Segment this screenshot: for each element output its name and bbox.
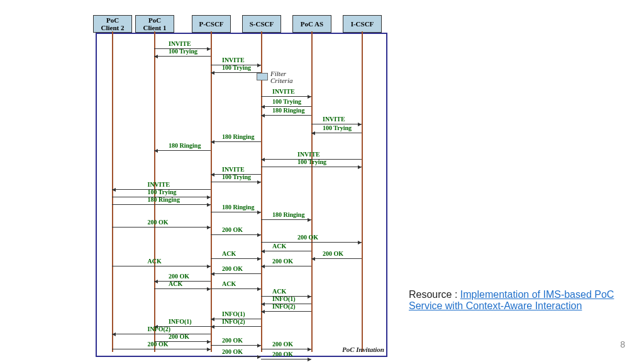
message-22: 200 OK [261, 234, 362, 243]
message-label: 200 OK [221, 348, 244, 355]
lane-header-c2: PoCClient 2 [93, 15, 132, 33]
lane-header-c1: PoCClient 1 [135, 15, 174, 33]
message-label: INVITE [167, 40, 192, 47]
message-label: 200 OK [271, 341, 294, 348]
resource-text: Resource : Implementation of IMS-based P… [409, 289, 644, 312]
message-17: 180 Ringing [112, 196, 211, 205]
lifeline-p [211, 31, 212, 352]
message-label: ACK [271, 288, 287, 295]
filter-criteria-box [257, 73, 268, 80]
filter-criteria-label: FilterCriteria [270, 70, 292, 84]
message-label: INVITE [296, 151, 321, 158]
message-label: 200 OK [147, 219, 170, 226]
message-label: 180 Ringing [167, 142, 202, 149]
message-label: 100 Trying [167, 48, 199, 55]
lane-header-as: PoC AS [292, 15, 331, 33]
message-1: 100 Trying [154, 48, 211, 57]
message-10: 180 Ringing [154, 142, 211, 151]
message-label: INFO(2) [221, 318, 247, 325]
message-43: 200 OK [211, 348, 261, 357]
message-label: 180 Ringing [221, 204, 255, 211]
message-6: 180 Ringing [261, 107, 311, 116]
message-19: 180 Ringing [261, 211, 311, 220]
message-label: INFO(2) [147, 326, 172, 332]
message-30: ACK [154, 280, 211, 289]
resource-label: Resource : [409, 289, 460, 300]
message-5: 100 Trying [261, 98, 311, 107]
message-label: ACK [147, 258, 163, 265]
message-34: INFO(2) [261, 303, 311, 312]
message-21: 200 OK [211, 226, 261, 235]
message-36: INFO(2) [211, 318, 261, 327]
message-26: 200 OK [261, 258, 311, 266]
message-label: 200 OK [296, 234, 319, 241]
message-label: INFO(1) [167, 318, 193, 325]
message-31: ACK [211, 280, 261, 289]
message-label: 100 Trying [147, 189, 178, 195]
message-label: 100 Trying [271, 98, 303, 105]
lifeline-i [362, 31, 363, 352]
message-24: 200 OK [311, 250, 362, 259]
message-20: 200 OK [112, 219, 211, 228]
message-label: INVITE [221, 57, 246, 63]
message-40: 200 OK [211, 337, 261, 346]
message-label: INVITE [321, 116, 347, 123]
message-3: 100 Trying [211, 64, 261, 73]
message-label: 200 OK [321, 250, 345, 257]
message-label: 200 OK [167, 273, 191, 280]
message-label: 100 Trying [221, 173, 252, 180]
lane-header-s: S-CSCF [242, 15, 281, 33]
message-label: INVITE [271, 88, 296, 95]
message-label: INFO(1) [221, 310, 247, 317]
message-18: 180 Ringing [211, 204, 261, 212]
message-14: 100 Trying [211, 173, 261, 182]
message-label: ACK [271, 243, 287, 250]
message-label: 100 Trying [321, 124, 353, 131]
message-25: ACK [211, 250, 261, 259]
message-label: 100 Trying [296, 158, 328, 165]
message-7: INVITE [311, 116, 362, 124]
message-label: 200 OK [147, 341, 170, 348]
message-label: INFO(2) [271, 303, 297, 310]
lifeline-as [311, 31, 313, 352]
message-label: INFO(1) [271, 295, 297, 302]
message-label: 200 OK [167, 333, 191, 340]
message-28: 200 OK [211, 265, 261, 274]
message-label: 200 OK [271, 351, 294, 358]
message-8: 100 Trying [311, 124, 362, 133]
message-label: 200 OK [271, 258, 294, 265]
message-9: 180 Ringing [211, 133, 261, 142]
message-label: 200 OK [221, 226, 244, 233]
message-4: INVITE [261, 88, 311, 97]
page-number: 8 [620, 339, 625, 349]
lane-header-i: I-CSCF [343, 15, 382, 33]
message-label: 180 Ringing [271, 211, 306, 218]
lane-header-p: P-CSCF [192, 15, 231, 33]
message-label: INVITE [147, 181, 172, 188]
message-label: 200 OK [221, 265, 244, 272]
message-12: 100 Trying [261, 158, 362, 167]
message-42: 200 OK [261, 341, 311, 349]
message-label: 200 OK [221, 337, 244, 344]
message-27: ACK [112, 258, 211, 266]
message-label: INVITE [221, 166, 246, 173]
message-label: 100 Trying [221, 64, 252, 71]
message-44: 200 OK [261, 351, 311, 359]
message-23: ACK [261, 243, 311, 251]
message-label: 180 Ringing [147, 196, 181, 203]
message-label: 180 Ringing [221, 133, 255, 140]
message-label: ACK [167, 280, 184, 287]
message-41: 200 OK [112, 341, 211, 349]
message-label: 180 Ringing [271, 107, 306, 114]
poc-invitation-label: PoC Invitation [342, 346, 384, 353]
message-label: ACK [221, 250, 237, 257]
message-label: ACK [221, 280, 237, 287]
